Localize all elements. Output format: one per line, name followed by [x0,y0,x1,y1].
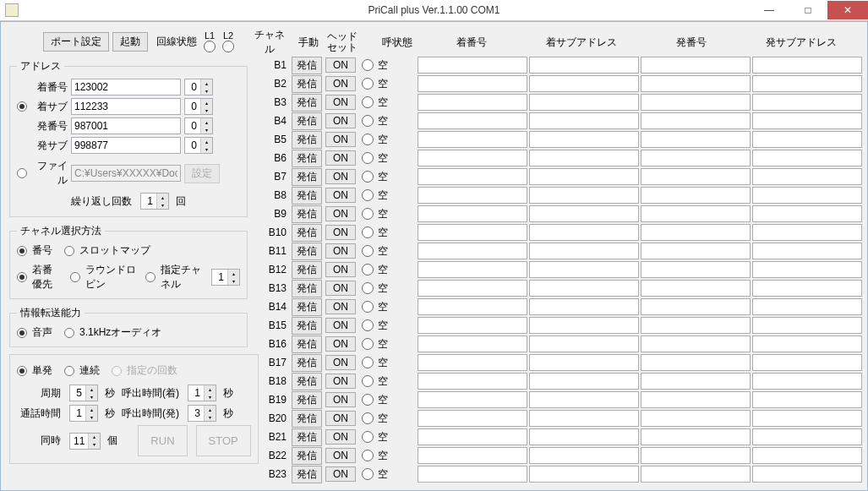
hassin-button[interactable]: 発信 [292,391,322,409]
hassin-button[interactable]: 発信 [292,466,322,483]
called-num-cell[interactable] [418,243,527,259]
hassin-button[interactable]: 発信 [292,75,322,93]
hassin-button[interactable]: 発信 [292,373,322,390]
calling-num-cell[interactable] [641,354,751,371]
calling-sub-cell[interactable] [752,261,862,278]
called-sub-cell[interactable] [529,336,639,352]
calling-sub-cell[interactable] [752,243,862,259]
called-sub-cell[interactable] [529,150,639,166]
called-sub-cell[interactable] [529,261,639,278]
continuous-radio[interactable] [64,366,74,376]
calling-sub-cell[interactable] [752,131,862,148]
hassin-button[interactable]: 発信 [292,150,322,167]
number-radio[interactable] [17,246,27,256]
headset-on-button[interactable]: ON [325,188,356,203]
headset-on-button[interactable]: ON [325,466,356,482]
calling-num-cell[interactable] [641,205,751,222]
audio31k-radio[interactable] [64,328,74,338]
called-num-cell[interactable] [418,317,527,334]
hassin-button[interactable]: 発信 [292,447,322,465]
called-num-cell[interactable] [418,280,527,297]
close-button[interactable]: ✕ [827,1,868,19]
repeat-stepper[interactable]: 1▴▾ [140,193,169,210]
headset-on-button[interactable]: ON [325,392,356,407]
run-button[interactable]: RUN [138,425,187,456]
calling-num-cell[interactable] [641,112,751,129]
calling-sub-cell[interactable] [752,410,862,427]
called-num-cell[interactable] [418,298,527,315]
maximize-button[interactable]: □ [789,1,827,19]
called-sub-combo[interactable]: 0▴▾ [184,98,213,115]
calling-sub-cell[interactable] [752,57,862,74]
headset-on-button[interactable]: ON [325,318,356,333]
hassin-button[interactable]: 発信 [292,112,322,130]
calling-sub-field[interactable] [71,137,181,154]
stop-button[interactable]: STOP [196,425,251,456]
called-num-cell[interactable] [418,261,527,278]
calling-sub-cell[interactable] [752,187,862,204]
start-button[interactable]: 起動 [112,32,148,52]
called-num-cell[interactable] [418,466,527,483]
calling-sub-cell[interactable] [752,373,862,390]
called-sub-cell[interactable] [529,447,639,464]
called-num-cell[interactable] [418,336,527,352]
calling-sub-cell[interactable] [752,447,862,464]
called-sub-cell[interactable] [529,224,639,241]
calling-sub-cell[interactable] [752,354,862,371]
called-sub-cell[interactable] [529,280,639,297]
calling-num-cell[interactable] [641,410,751,427]
calling-sub-cell[interactable] [752,280,862,297]
calling-num-cell[interactable] [641,131,751,148]
called-sub-cell[interactable] [529,410,639,427]
called-num-cell[interactable] [418,168,527,185]
calling-num-cell[interactable] [641,447,751,464]
called-sub-cell[interactable] [529,428,639,445]
calling-sub-cell[interactable] [752,466,862,483]
calling-num-cell[interactable] [641,168,751,185]
calling-num-cell[interactable] [641,280,751,297]
calling-num-cell[interactable] [641,187,751,204]
hassin-button[interactable]: 発信 [292,168,322,186]
calling-sub-cell[interactable] [752,317,862,334]
called-sub-cell[interactable] [529,168,639,185]
address-file-radio[interactable] [17,168,27,178]
called-sub-cell[interactable] [529,391,639,408]
called-num-cell[interactable] [418,94,527,111]
single-radio[interactable] [17,366,27,376]
called-sub-cell[interactable] [529,57,639,74]
called-num-cell[interactable] [418,205,527,222]
called-num-cell[interactable] [418,447,527,464]
period-stepper[interactable]: 5▴▾ [69,385,98,401]
called-num-cell[interactable] [418,112,527,129]
calling-sub-cell[interactable] [752,205,862,222]
hassin-button[interactable]: 発信 [292,354,322,372]
calling-num-cell[interactable] [641,150,751,166]
called-sub-cell[interactable] [529,94,639,111]
hassin-button[interactable]: 発信 [292,317,322,335]
called-sub-cell[interactable] [529,187,639,204]
called-sub-cell[interactable] [529,75,639,92]
headset-on-button[interactable]: ON [325,336,356,352]
headset-on-button[interactable]: ON [325,57,356,73]
hassin-button[interactable]: 発信 [292,410,322,428]
headset-on-button[interactable]: ON [325,429,356,445]
called-num-cell[interactable] [418,75,527,92]
called-num-cell[interactable] [418,150,527,166]
headset-on-button[interactable]: ON [325,262,356,277]
calling-sub-cell[interactable] [752,75,862,92]
roundrobin-radio[interactable] [70,272,80,282]
calling-sub-cell[interactable] [752,112,862,129]
called-num-cell[interactable] [418,224,527,241]
spec-channel-stepper[interactable]: 1▴▾ [211,269,240,286]
ringin-stepper[interactable]: 1▴▾ [188,385,216,401]
hassin-button[interactable]: 発信 [292,94,322,112]
called-sub-cell[interactable] [529,373,639,390]
calling-sub-combo[interactable]: 0▴▾ [184,137,213,154]
called-sub-cell[interactable] [529,354,639,371]
calling-num-cell[interactable] [641,261,751,278]
headset-on-button[interactable]: ON [325,150,356,166]
called-sub-cell[interactable] [529,317,639,334]
hassin-button[interactable]: 発信 [292,187,322,205]
hassin-button[interactable]: 発信 [292,428,322,446]
calling-num-cell[interactable] [641,391,751,408]
